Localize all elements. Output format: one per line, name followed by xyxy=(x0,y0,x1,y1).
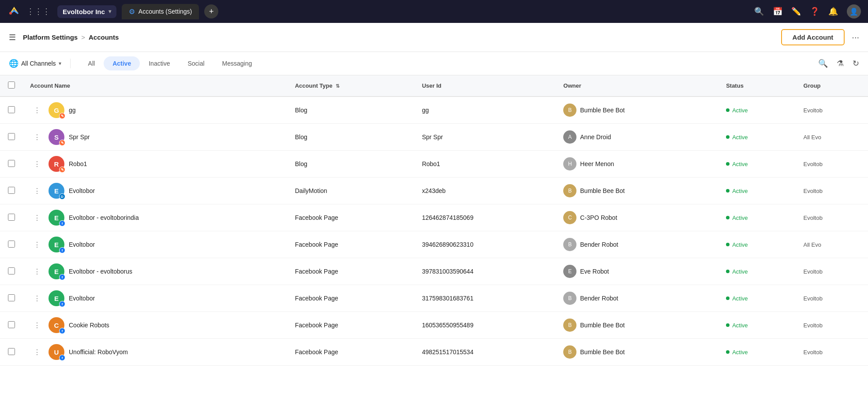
row-user-id: 126462874185069 xyxy=(415,204,557,231)
row-checkbox[interactable] xyxy=(8,348,15,355)
row-checkbox[interactable] xyxy=(8,187,15,194)
search-icon[interactable]: 🔍 xyxy=(754,7,764,16)
owner-name-text: Eve Robot xyxy=(580,268,609,275)
group-text: Evoltob xyxy=(804,268,823,275)
svg-point-1 xyxy=(9,12,12,15)
select-all-header[interactable] xyxy=(0,75,23,96)
row-checkbox-cell[interactable] xyxy=(0,96,23,124)
refresh-icon[interactable]: ↻ xyxy=(853,59,859,68)
row-context-menu[interactable]: ⋮ xyxy=(30,158,44,170)
row-checkbox-cell[interactable] xyxy=(0,258,23,285)
status-dot xyxy=(726,323,730,327)
row-context-menu[interactable]: ⋮ xyxy=(30,266,44,278)
row-user-id: 160536550955489 xyxy=(415,312,557,339)
account-badge: f xyxy=(59,247,65,253)
row-status: Active xyxy=(719,124,796,151)
row-owner: B Bumble Bee Bot xyxy=(556,96,719,124)
owner-name-text: Bumble Bee Bot xyxy=(580,348,625,356)
tab-messaging[interactable]: Messaging xyxy=(213,56,261,70)
row-checkbox-cell[interactable] xyxy=(0,178,23,204)
add-account-button[interactable]: Add Account xyxy=(781,29,845,45)
tab-active[interactable]: Active xyxy=(104,56,140,70)
col-group: Group xyxy=(797,75,868,96)
sort-icon: ⇅ xyxy=(336,83,340,89)
row-checkbox[interactable] xyxy=(8,321,15,328)
row-checkbox-cell[interactable] xyxy=(0,151,23,178)
row-context-menu[interactable]: ⋮ xyxy=(30,239,44,251)
row-context-menu[interactable]: ⋮ xyxy=(30,131,44,143)
help-icon[interactable]: ❓ xyxy=(810,7,819,16)
row-user-id: gg xyxy=(415,96,557,124)
table-search-icon[interactable]: 🔍 xyxy=(818,59,828,68)
row-context-menu[interactable]: ⋮ xyxy=(30,346,44,358)
row-user-id: 394626890623310 xyxy=(415,231,557,258)
notifications-icon[interactable]: 🔔 xyxy=(828,7,838,16)
row-user-id: 317598301683761 xyxy=(415,285,557,312)
status-dot xyxy=(726,189,730,193)
row-checkbox[interactable] xyxy=(8,294,15,301)
account-badge: ✎ xyxy=(59,140,65,146)
breadcrumb-parent[interactable]: Platform Settings xyxy=(23,33,78,41)
row-checkbox[interactable] xyxy=(8,106,15,113)
calendar-icon[interactable]: 📅 xyxy=(773,7,782,16)
account-badge: f xyxy=(59,274,65,280)
status-label: Active xyxy=(732,295,748,302)
account-avatar: E f xyxy=(49,290,64,306)
row-checkbox[interactable] xyxy=(8,160,15,167)
avatar[interactable]: 👤 xyxy=(847,4,861,19)
account-name-text: Cookie Robots xyxy=(69,322,109,329)
row-context-menu[interactable]: ⋮ xyxy=(30,319,44,331)
row-account-name: ⋮ C f Cookie Robots xyxy=(23,312,288,339)
status-label: Active xyxy=(732,322,748,329)
add-tab-button[interactable]: + xyxy=(204,4,218,19)
more-options-icon[interactable]: ··· xyxy=(852,32,859,42)
row-checkbox-cell[interactable] xyxy=(0,124,23,151)
tab-social[interactable]: Social xyxy=(179,56,213,70)
account-avatar: S ✎ xyxy=(49,129,64,145)
grid-icon[interactable]: ⋮⋮⋮ xyxy=(26,7,50,16)
row-context-menu[interactable]: ⋮ xyxy=(30,185,44,197)
row-checkbox-cell[interactable] xyxy=(0,204,23,231)
table-row: ⋮ E f Evoltobor Facebook Page 3175983016… xyxy=(0,285,868,312)
select-all-checkbox[interactable] xyxy=(8,82,15,89)
channel-selector[interactable]: 🌐 All Channels ▾ xyxy=(9,59,71,68)
row-checkbox[interactable] xyxy=(8,214,15,221)
group-text: Evoltob xyxy=(804,295,823,302)
brand-chevron-icon: ▾ xyxy=(108,8,111,15)
main-tab[interactable]: ⚙ Accounts (Settings) xyxy=(122,4,199,19)
row-checkbox-cell[interactable] xyxy=(0,339,23,366)
row-context-menu[interactable]: ⋮ xyxy=(30,212,44,224)
filter-icon[interactable]: ⚗ xyxy=(837,59,844,68)
tab-label: Accounts (Settings) xyxy=(138,8,192,15)
account-avatar: E f xyxy=(49,210,64,226)
account-name-text: Evoltobor xyxy=(69,187,95,194)
col-account-name: Account Name xyxy=(23,75,288,96)
row-context-menu[interactable]: ⋮ xyxy=(30,104,44,116)
row-checkbox-cell[interactable] xyxy=(0,312,23,339)
row-status: Active xyxy=(719,204,796,231)
row-context-menu[interactable]: ⋮ xyxy=(30,293,44,304)
edit-icon[interactable]: ✏️ xyxy=(791,7,801,16)
breadcrumb-separator: > xyxy=(81,33,85,41)
brand-selector[interactable]: Evoltobor Inc ▾ xyxy=(57,5,116,18)
account-avatar: E f xyxy=(49,237,64,252)
menu-icon[interactable]: ☰ xyxy=(9,33,16,42)
group-text: All Evo xyxy=(804,241,821,248)
owner-name-text: Bumble Bee Bot xyxy=(580,187,625,194)
col-account-type[interactable]: Account Type ⇅ xyxy=(288,75,415,96)
owner-name-text: Bender Robot xyxy=(580,241,618,248)
row-owner: B Bender Robot xyxy=(556,231,719,258)
tab-all[interactable]: All xyxy=(79,56,104,70)
row-checkbox[interactable] xyxy=(8,133,15,140)
breadcrumb-current: Accounts xyxy=(89,33,119,41)
tab-inactive[interactable]: Inactive xyxy=(140,56,179,70)
row-checkbox[interactable] xyxy=(8,267,15,274)
row-checkbox-cell[interactable] xyxy=(0,231,23,258)
account-badge: ✎ xyxy=(59,113,65,119)
table-row: ⋮ R ✎ Robo1 Blog Robo1 H Heer Menon Acti… xyxy=(0,151,868,178)
row-checkbox-cell[interactable] xyxy=(0,285,23,312)
account-avatar: C f xyxy=(49,317,64,333)
row-checkbox[interactable] xyxy=(8,241,15,248)
owner-avatar: B xyxy=(563,104,576,117)
account-name-text: Evoltobor - evoltoborus xyxy=(69,268,132,275)
